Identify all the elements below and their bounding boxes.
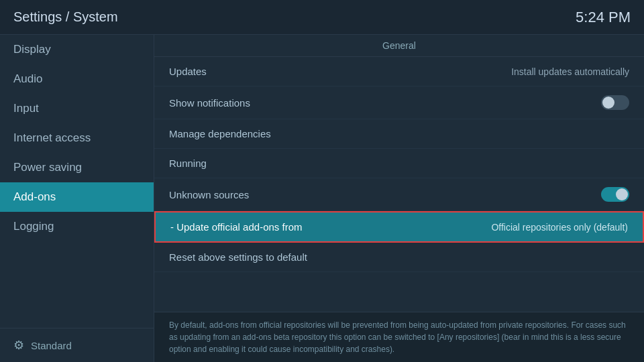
- gear-icon: ⚙: [13, 338, 24, 353]
- sidebar: Display Audio Input Internet access Powe…: [0, 35, 154, 362]
- row-label-update-official: - Update official add-ons from: [170, 221, 303, 233]
- page-title: Settings / System: [13, 9, 118, 25]
- settings-row-unknown-sources[interactable]: Unknown sources: [154, 178, 644, 211]
- settings-row-reset[interactable]: Reset above settings to default: [154, 243, 644, 272]
- settings-row-updates[interactable]: Updates Install updates automatically: [154, 57, 644, 86]
- row-label-running: Running: [169, 158, 207, 169]
- sidebar-footer-label: Standard: [31, 340, 72, 351]
- header: Settings / System 5:24 PM: [0, 0, 644, 35]
- row-label-reset: Reset above settings to default: [169, 251, 307, 263]
- row-label-manage-dependencies: Manage dependencies: [169, 128, 271, 139]
- info-bar: By default, add-ons from official reposi…: [154, 312, 644, 362]
- settings-row-update-official[interactable]: - Update official add-ons from Official …: [154, 211, 644, 243]
- toggle-knob: [602, 97, 614, 109]
- settings-row-manage-dependencies[interactable]: Manage dependencies: [154, 119, 644, 149]
- sidebar-item-audio[interactable]: Audio: [0, 64, 154, 94]
- row-value-updates: Install updates automatically: [511, 66, 629, 77]
- row-label-updates: Updates: [169, 66, 207, 77]
- main-layout: Display Audio Input Internet access Powe…: [0, 35, 644, 362]
- settings-row-show-notifications[interactable]: Show notifications: [154, 86, 644, 119]
- row-label-unknown-sources: Unknown sources: [169, 189, 249, 200]
- sidebar-item-display[interactable]: Display: [0, 35, 154, 64]
- toggle-show-notifications[interactable]: [601, 95, 629, 110]
- sidebar-item-logging[interactable]: Logging: [0, 212, 154, 241]
- section-title: General: [154, 35, 644, 57]
- settings-row-running[interactable]: Running: [154, 149, 644, 178]
- toggle-knob-on: [616, 188, 628, 200]
- row-label-show-notifications: Show notifications: [169, 97, 250, 109]
- sidebar-item-input[interactable]: Input: [0, 94, 154, 123]
- sidebar-item-add-ons[interactable]: Add-ons: [0, 182, 154, 212]
- settings-list: Updates Install updates automatically Sh…: [154, 57, 644, 312]
- toggle-unknown-sources[interactable]: [601, 187, 629, 202]
- row-value-update-official: Official repositories only (default): [491, 222, 628, 233]
- sidebar-item-power-saving[interactable]: Power saving: [0, 153, 154, 182]
- info-text: By default, add-ons from official reposi…: [169, 320, 626, 354]
- sidebar-item-internet-access[interactable]: Internet access: [0, 123, 154, 153]
- clock: 5:24 PM: [576, 9, 631, 26]
- content-area: General Updates Install updates automati…: [154, 35, 644, 362]
- sidebar-footer: ⚙ Standard: [0, 328, 154, 362]
